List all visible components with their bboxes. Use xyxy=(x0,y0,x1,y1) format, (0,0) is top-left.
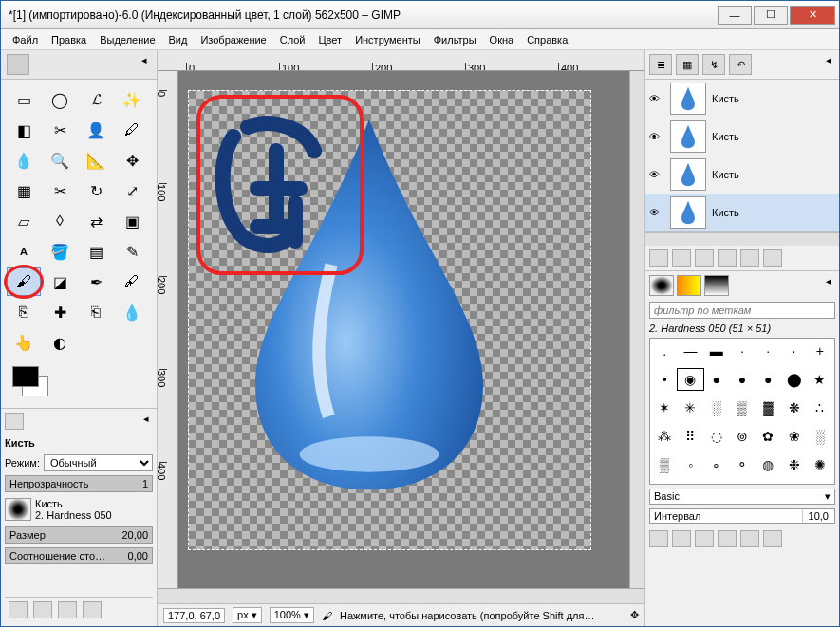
layers-scrollbar[interactable] xyxy=(645,232,839,246)
ellipse-select-tool[interactable]: ◯ xyxy=(43,85,77,114)
brush-item[interactable]: ◦ xyxy=(678,454,702,475)
lower-layer-icon[interactable] xyxy=(695,249,714,267)
text-tool[interactable]: A xyxy=(7,237,41,266)
tool-options-tab-icon[interactable] xyxy=(5,413,24,430)
measure-tool[interactable]: 📐 xyxy=(79,146,113,175)
brush-item[interactable]: ✿ xyxy=(756,426,780,447)
paths-tab-icon[interactable]: ↯ xyxy=(702,54,725,75)
menu-file[interactable]: Файл xyxy=(7,32,44,47)
horizontal-scrollbar[interactable] xyxy=(158,588,644,603)
brush-item[interactable]: · xyxy=(730,341,755,361)
lasso-tool[interactable]: 𝓛 xyxy=(79,85,113,114)
brush-item[interactable]: ◌ xyxy=(704,426,729,447)
brush-item[interactable]: ▒ xyxy=(652,454,677,475)
brush-item[interactable]: ✶ xyxy=(652,397,677,418)
layer-row[interactable]: 👁 Кисть xyxy=(645,156,839,194)
layer-row[interactable]: 👁 Кисть xyxy=(645,118,839,156)
crop-tool[interactable]: ✂ xyxy=(43,176,77,205)
menu-select[interactable]: Выделение xyxy=(94,32,160,47)
restore-preset-icon[interactable] xyxy=(33,601,52,618)
reset-preset-icon[interactable] xyxy=(83,601,102,618)
brush-item[interactable]: ▬ xyxy=(704,341,729,361)
brush-item[interactable]: ● xyxy=(730,369,755,390)
brush-item[interactable]: ░ xyxy=(808,426,832,447)
layer-row[interactable]: 👁 Кисть xyxy=(645,80,839,118)
fuzzy-select-tool[interactable]: ✨ xyxy=(115,85,149,114)
menu-filters[interactable]: Фильтры xyxy=(428,32,482,47)
brush-item[interactable]: ✺ xyxy=(808,454,832,475)
brush-item[interactable]: ▒ xyxy=(730,397,755,418)
brush-preset-select[interactable]: Basic.▾ xyxy=(649,489,835,505)
delete-brush-icon[interactable] xyxy=(718,530,737,547)
brush-item[interactable]: ▓ xyxy=(756,397,780,418)
menu-windows[interactable]: Окна xyxy=(484,32,520,47)
visibility-icon[interactable]: 👁 xyxy=(649,169,664,180)
delete-layer-icon[interactable] xyxy=(763,249,782,267)
duplicate-layer-icon[interactable] xyxy=(718,249,737,267)
minimize-button[interactable]: — xyxy=(718,6,752,25)
ruler-horizontal[interactable]: 0 100 200 300 400 500 xyxy=(158,50,644,71)
brush-item[interactable]: ❋ xyxy=(781,397,806,418)
brush-item[interactable]: ★ xyxy=(808,369,832,390)
brush-item[interactable]: ❀ xyxy=(781,426,806,447)
blur-tool[interactable]: 💧 xyxy=(115,298,149,326)
shear-tool[interactable]: ▱ xyxy=(7,207,41,235)
menu-image[interactable]: Изображение xyxy=(195,32,271,47)
align-tool[interactable]: ▦ xyxy=(7,176,41,205)
smudge-tool[interactable]: 👆 xyxy=(7,328,41,357)
move-tool[interactable]: ✥ xyxy=(115,146,149,175)
image-content[interactable] xyxy=(188,90,591,550)
layer-row[interactable]: 👁 Кисть xyxy=(645,194,839,231)
dodge-burn-tool[interactable]: ◐ xyxy=(43,328,77,357)
eraser-tool[interactable]: ◪ xyxy=(43,267,77,296)
interval-input[interactable]: Интервал 10,0 xyxy=(649,508,835,524)
vertical-scrollbar[interactable] xyxy=(629,71,644,588)
brushes-menu-icon[interactable]: ◂ xyxy=(822,275,835,296)
tool-options-menu-icon[interactable]: ◂ xyxy=(140,413,153,430)
maximize-button[interactable]: ☐ xyxy=(754,6,788,25)
by-color-select-tool[interactable]: ◧ xyxy=(7,116,41,144)
opacity-slider[interactable]: Непрозрачность 1 xyxy=(5,475,153,492)
perspective-clone-tool[interactable]: ⎗ xyxy=(79,298,113,326)
paths-tool[interactable]: 🖊 xyxy=(115,116,149,144)
cage-tool[interactable]: ▣ xyxy=(115,207,149,235)
menu-edit[interactable]: Правка xyxy=(46,32,92,47)
visibility-icon[interactable]: 👁 xyxy=(649,93,664,104)
brush-item[interactable]: ❉ xyxy=(781,454,806,475)
brush-item[interactable]: · xyxy=(781,341,806,361)
brush-item[interactable]: — xyxy=(678,341,702,361)
visibility-icon[interactable]: 👁 xyxy=(649,131,664,142)
delete-preset-icon[interactable] xyxy=(58,601,77,618)
brush-item[interactable]: + xyxy=(808,341,832,361)
menu-tools[interactable]: Инструменты xyxy=(349,32,426,47)
brush-item[interactable]: · xyxy=(756,341,780,361)
brush-item[interactable]: ⁂ xyxy=(652,426,677,447)
perspective-tool[interactable]: ◊ xyxy=(43,207,77,235)
brush-item[interactable]: ░ xyxy=(704,397,729,418)
fg-bg-color[interactable] xyxy=(9,366,149,404)
new-brush-icon[interactable] xyxy=(672,530,691,547)
ratio-slider[interactable]: Соотношение сто… 0,00 xyxy=(5,547,153,564)
menu-color[interactable]: Цвет xyxy=(312,32,347,47)
brush-item[interactable]: ⬤ xyxy=(781,369,806,390)
brush-item[interactable]: ⊚ xyxy=(730,426,755,447)
foreground-select-tool[interactable]: 👤 xyxy=(79,116,113,144)
rect-select-tool[interactable]: ▭ xyxy=(7,85,41,114)
ruler-vertical[interactable]: 0 100 200 300 400 xyxy=(158,71,178,588)
canvas[interactable] xyxy=(178,71,629,588)
navigation-icon[interactable]: ✥ xyxy=(630,609,639,621)
layer-name[interactable]: Кисть xyxy=(712,207,739,218)
airbrush-tool[interactable]: ✒ xyxy=(79,267,113,296)
brush-item[interactable]: . xyxy=(652,341,677,361)
scissors-tool[interactable]: ✂ xyxy=(43,116,77,144)
layer-name[interactable]: Кисть xyxy=(712,131,739,142)
mode-select[interactable]: Обычный xyxy=(44,454,153,471)
color-picker-tool[interactable]: 💧 xyxy=(7,146,41,175)
layer-name[interactable]: Кисть xyxy=(712,169,739,180)
visibility-icon[interactable]: 👁 xyxy=(649,207,664,218)
gradients-tab-icon[interactable] xyxy=(704,275,729,296)
bucket-fill-tool[interactable]: 🪣 xyxy=(43,237,77,266)
undo-tab-icon[interactable]: ↶ xyxy=(729,54,752,75)
brush-item[interactable]: ⚬ xyxy=(730,454,755,475)
brush-item[interactable]: ⠿ xyxy=(678,426,702,447)
